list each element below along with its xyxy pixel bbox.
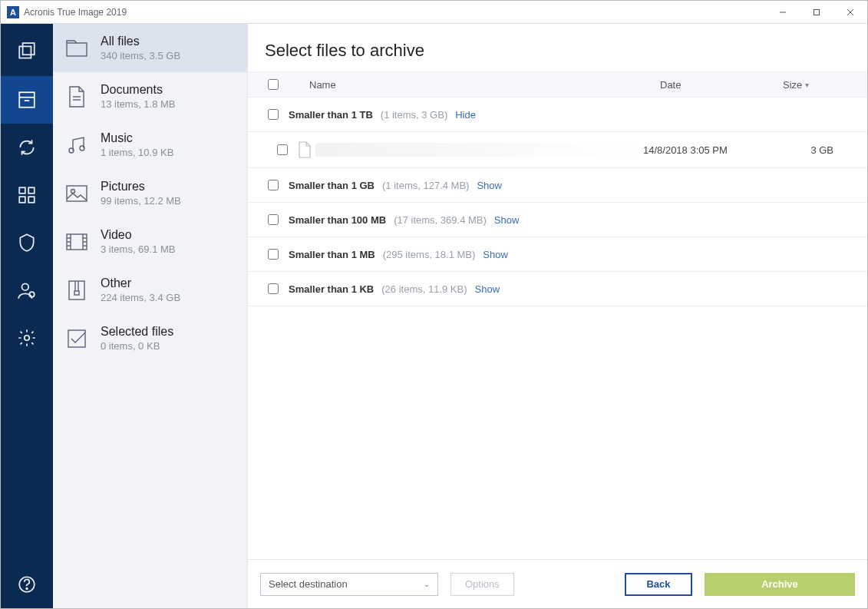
category-name: All files <box>101 35 180 48</box>
category-pictures[interactable]: Pictures 99 items, 12.2 MB <box>53 169 247 217</box>
category-all-files[interactable]: All files 340 items, 3.5 GB <box>53 24 247 72</box>
nav-rail <box>1 24 53 608</box>
rail-sync-icon[interactable] <box>1 124 53 171</box>
group-info: (295 items, 18.1 MB) <box>383 249 476 260</box>
column-headers: Name Date Size ▾ <box>248 71 867 98</box>
app-window: A Acronis True Image 2019 <box>0 0 868 609</box>
category-sub: 0 items, 0 KB <box>101 340 173 352</box>
category-sub: 340 items, 3.5 GB <box>101 50 180 61</box>
group-toggle[interactable]: Hide <box>455 109 476 121</box>
rail-account-icon[interactable] <box>1 266 53 314</box>
group-name: Smaller than 1 TB <box>289 109 373 121</box>
group-checkbox[interactable] <box>268 283 279 294</box>
svg-rect-11 <box>19 197 25 203</box>
video-icon <box>65 230 88 253</box>
svg-rect-38 <box>68 330 85 347</box>
group-checkbox[interactable] <box>268 214 279 225</box>
svg-rect-23 <box>67 186 87 201</box>
group-info: (1 items, 127.4 MB) <box>382 180 469 191</box>
category-documents[interactable]: Documents 13 items, 1.8 MB <box>53 72 247 121</box>
file-size: 3 GB <box>766 144 850 156</box>
file-group-header: Smaller than 1 GB (1 items, 127.4 MB) Sh… <box>248 168 867 203</box>
category-sub: 224 items, 3.4 GB <box>101 292 180 303</box>
svg-rect-4 <box>19 46 31 58</box>
window-buttons <box>766 2 867 23</box>
page-title: Select files to archive <box>265 41 850 61</box>
svg-rect-6 <box>19 92 35 108</box>
category-music[interactable]: Music 1 items, 10.9 KB <box>53 121 247 169</box>
svg-rect-34 <box>69 281 84 300</box>
file-list: Smaller than 1 TB (1 items, 3 GB) Hide 1… <box>248 98 867 559</box>
file-name <box>315 143 635 157</box>
rail-settings-icon[interactable] <box>1 314 53 362</box>
chevron-down-icon: ▾ <box>805 81 809 89</box>
column-name[interactable]: Name <box>285 79 660 91</box>
group-checkbox[interactable] <box>268 109 279 120</box>
svg-rect-37 <box>74 291 79 295</box>
chevron-down-icon: ⌄ <box>424 580 430 588</box>
folder-icon <box>65 37 88 60</box>
category-selected-files[interactable]: Selected files 0 items, 0 KB <box>53 314 247 362</box>
category-sub: 99 items, 12.2 MB <box>101 195 181 207</box>
svg-rect-5 <box>23 43 35 55</box>
svg-rect-1 <box>814 9 820 15</box>
svg-point-24 <box>71 189 75 193</box>
back-button[interactable]: Back <box>625 573 692 596</box>
svg-rect-18 <box>67 43 87 56</box>
group-info: (17 items, 369.4 MB) <box>394 214 487 226</box>
group-checkbox[interactable] <box>268 249 279 260</box>
category-sub: 1 items, 10.9 KB <box>101 147 173 158</box>
minimize-button[interactable] <box>766 2 800 23</box>
group-toggle[interactable]: Show <box>475 283 500 295</box>
file-row[interactable]: 14/8/2018 3:05 PM 3 GB <box>248 132 867 168</box>
group-name: Smaller than 1 KB <box>289 283 374 295</box>
archive-button[interactable]: Archive <box>705 573 855 596</box>
file-date: 14/8/2018 3:05 PM <box>643 144 766 156</box>
column-date[interactable]: Date <box>660 79 783 91</box>
category-sub: 13 items, 1.8 MB <box>101 98 176 110</box>
main-panel: Select files to archive Name Date Size ▾… <box>248 24 867 608</box>
file-icon <box>294 141 315 158</box>
category-name: Documents <box>101 83 176 97</box>
archive-icon <box>65 279 88 302</box>
group-name: Smaller than 1 MB <box>289 249 375 260</box>
footer: Select destination ⌄ Options Back Archiv… <box>248 559 867 608</box>
category-other[interactable]: Other 224 items, 3.4 GB <box>53 266 247 314</box>
music-icon <box>65 134 88 157</box>
rail-protect-icon[interactable] <box>1 219 53 266</box>
category-name: Selected files <box>101 325 173 339</box>
close-button[interactable] <box>833 2 867 23</box>
group-checkbox[interactable] <box>268 180 279 190</box>
select-destination-dropdown[interactable]: Select destination ⌄ <box>260 573 438 596</box>
svg-point-17 <box>26 588 28 590</box>
category-name: Video <box>101 228 176 242</box>
group-toggle[interactable]: Show <box>477 180 502 191</box>
picture-icon <box>65 182 88 205</box>
file-group-header: Smaller than 1 TB (1 items, 3 GB) Hide <box>248 98 867 132</box>
group-toggle[interactable]: Show <box>494 214 520 226</box>
rail-help-icon[interactable] <box>1 561 53 608</box>
svg-rect-10 <box>28 187 35 194</box>
options-button[interactable]: Options <box>451 573 514 596</box>
group-toggle[interactable]: Show <box>483 249 508 260</box>
group-name: Smaller than 1 GB <box>289 180 375 191</box>
column-size[interactable]: Size ▾ <box>783 79 867 91</box>
group-name: Smaller than 100 MB <box>289 214 386 226</box>
category-list: All files 340 items, 3.5 GB Documents 13… <box>53 24 248 608</box>
category-video[interactable]: Video 3 items, 69.1 MB <box>53 217 247 266</box>
document-icon <box>65 85 88 108</box>
svg-point-13 <box>22 283 29 290</box>
titlebar: A Acronis True Image 2019 <box>1 1 867 24</box>
rail-archive-icon[interactable] <box>1 76 53 124</box>
svg-rect-9 <box>19 187 25 194</box>
rail-backup-icon[interactable] <box>1 28 53 76</box>
maximize-button[interactable] <box>800 2 833 23</box>
file-group-header: Smaller than 1 KB (26 items, 11.9 KB) Sh… <box>248 272 867 306</box>
rail-dashboard-icon[interactable] <box>1 171 53 219</box>
app-icon: A <box>7 6 19 18</box>
category-name: Other <box>101 276 180 290</box>
file-checkbox[interactable] <box>277 144 288 155</box>
select-all-checkbox[interactable] <box>268 79 279 90</box>
svg-point-15 <box>25 336 30 341</box>
dropdown-label: Select destination <box>269 578 348 590</box>
